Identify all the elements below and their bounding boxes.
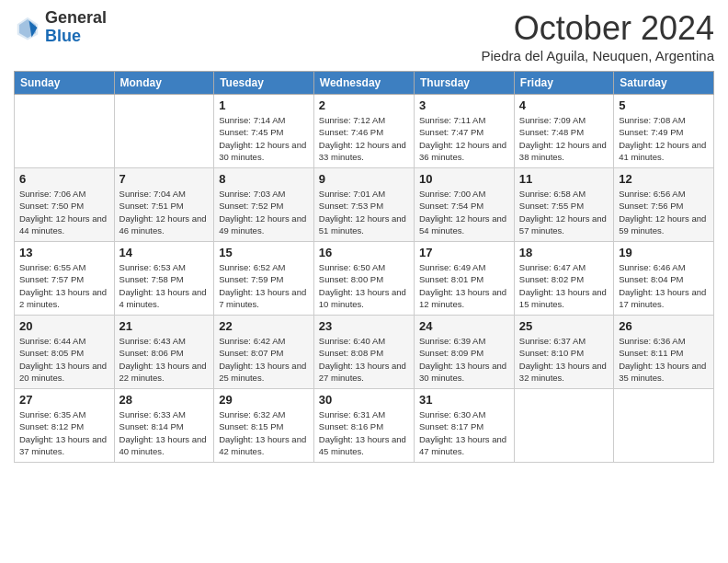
day-info: Sunrise: 6:56 AMSunset: 7:56 PMDaylight:… [619,188,709,236]
logo: General Blue [14,9,107,46]
calendar-week-row: 1Sunrise: 7:14 AMSunset: 7:45 PMDaylight… [15,95,714,168]
day-number: 7 [119,172,210,186]
day-number: 5 [619,98,709,112]
day-number: 11 [519,172,609,186]
calendar-table: Sunday Monday Tuesday Wednesday Thursday… [14,71,714,463]
day-number: 3 [419,98,509,112]
day-info: Sunrise: 7:00 AMSunset: 7:54 PMDaylight:… [419,188,509,236]
table-row: 9Sunrise: 7:01 AMSunset: 7:53 PMDaylight… [313,168,414,242]
col-monday: Monday [114,72,214,95]
day-info: Sunrise: 6:33 AMSunset: 8:14 PMDaylight:… [119,408,210,457]
day-info: Sunrise: 6:50 AMSunset: 8:00 PMDaylight:… [319,261,409,310]
day-number: 12 [619,172,709,186]
col-friday: Friday [514,72,613,95]
table-row: 17Sunrise: 6:49 AMSunset: 8:01 PMDayligh… [415,242,515,316]
day-info: Sunrise: 7:08 AMSunset: 7:49 PMDaylight:… [619,114,709,163]
day-info: Sunrise: 6:49 AMSunset: 8:01 PMDaylight:… [419,261,509,310]
day-number: 8 [219,172,309,186]
table-row: 16Sunrise: 6:50 AMSunset: 8:00 PMDayligh… [313,242,414,316]
table-row: 20Sunrise: 6:44 AMSunset: 8:05 PMDayligh… [15,316,115,389]
day-info: Sunrise: 6:55 AMSunset: 7:57 PMDaylight:… [19,261,109,310]
day-number: 24 [419,319,509,333]
day-number: 13 [19,246,109,259]
day-info: Sunrise: 6:37 AMSunset: 8:10 PMDaylight:… [519,335,609,384]
table-row [514,389,613,463]
day-number: 26 [619,319,709,333]
table-row: 29Sunrise: 6:32 AMSunset: 8:15 PMDayligh… [214,389,314,463]
day-number: 30 [319,393,409,407]
day-info: Sunrise: 7:06 AMSunset: 7:50 PMDaylight:… [19,188,109,236]
day-info: Sunrise: 6:44 AMSunset: 8:05 PMDaylight:… [19,335,109,384]
day-number: 23 [319,319,409,333]
day-number: 21 [119,319,210,333]
calendar-week-row: 13Sunrise: 6:55 AMSunset: 7:57 PMDayligh… [15,242,714,316]
day-info: Sunrise: 6:46 AMSunset: 8:04 PMDaylight:… [619,261,709,310]
calendar-week-row: 6Sunrise: 7:06 AMSunset: 7:50 PMDaylight… [15,168,714,242]
day-info: Sunrise: 7:04 AMSunset: 7:51 PMDaylight:… [119,188,210,236]
day-number: 22 [219,319,309,333]
day-number: 20 [19,319,109,333]
table-row: 19Sunrise: 6:46 AMSunset: 8:04 PMDayligh… [614,242,714,316]
day-number: 25 [519,319,609,333]
logo-text: General Blue [45,9,107,46]
table-row [614,389,714,463]
table-row: 28Sunrise: 6:33 AMSunset: 8:14 PMDayligh… [114,389,214,463]
calendar-week-row: 27Sunrise: 6:35 AMSunset: 8:12 PMDayligh… [15,389,714,463]
table-row: 8Sunrise: 7:03 AMSunset: 7:52 PMDaylight… [214,168,314,242]
table-row: 15Sunrise: 6:52 AMSunset: 7:59 PMDayligh… [214,242,314,316]
day-number: 29 [219,393,309,407]
day-number: 9 [319,172,409,186]
day-info: Sunrise: 7:01 AMSunset: 7:53 PMDaylight:… [319,188,409,236]
day-number: 16 [319,246,409,259]
day-number: 1 [219,98,309,112]
day-info: Sunrise: 6:36 AMSunset: 8:11 PMDaylight:… [619,335,709,384]
day-info: Sunrise: 6:32 AMSunset: 8:15 PMDaylight:… [219,408,309,457]
day-info: Sunrise: 7:14 AMSunset: 7:45 PMDaylight:… [219,114,309,163]
page-header: General Blue October 2024 Piedra del Agu… [14,9,714,63]
table-row: 31Sunrise: 6:30 AMSunset: 8:17 PMDayligh… [415,389,515,463]
table-row: 5Sunrise: 7:08 AMSunset: 7:49 PMDaylight… [614,95,714,168]
day-number: 10 [419,172,509,186]
table-row: 4Sunrise: 7:09 AMSunset: 7:48 PMDaylight… [514,95,613,168]
table-row: 26Sunrise: 6:36 AMSunset: 8:11 PMDayligh… [614,316,714,389]
day-info: Sunrise: 7:12 AMSunset: 7:46 PMDaylight:… [319,114,409,163]
table-row: 21Sunrise: 6:43 AMSunset: 8:06 PMDayligh… [114,316,214,389]
day-number: 2 [319,98,409,112]
day-info: Sunrise: 7:03 AMSunset: 7:52 PMDaylight:… [219,188,309,236]
col-sunday: Sunday [15,72,115,95]
day-number: 27 [19,393,109,407]
table-row: 12Sunrise: 6:56 AMSunset: 7:56 PMDayligh… [614,168,714,242]
table-row: 14Sunrise: 6:53 AMSunset: 7:58 PMDayligh… [114,242,214,316]
table-row: 30Sunrise: 6:31 AMSunset: 8:16 PMDayligh… [313,389,414,463]
col-saturday: Saturday [614,72,714,95]
day-info: Sunrise: 6:30 AMSunset: 8:17 PMDaylight:… [419,408,509,457]
table-row: 23Sunrise: 6:40 AMSunset: 8:08 PMDayligh… [313,316,414,389]
day-number: 4 [519,98,609,112]
day-number: 17 [419,246,509,259]
calendar-week-row: 20Sunrise: 6:44 AMSunset: 8:05 PMDayligh… [15,316,714,389]
col-tuesday: Tuesday [214,72,314,95]
day-info: Sunrise: 6:47 AMSunset: 8:02 PMDaylight:… [519,261,609,310]
day-info: Sunrise: 6:31 AMSunset: 8:16 PMDaylight:… [319,408,409,457]
calendar-header-row: Sunday Monday Tuesday Wednesday Thursday… [15,72,714,95]
day-number: 6 [19,172,109,186]
col-thursday: Thursday [415,72,515,95]
table-row: 27Sunrise: 6:35 AMSunset: 8:12 PMDayligh… [15,389,115,463]
location-subtitle: Piedra del Aguila, Neuquen, Argentina [481,48,714,63]
table-row: 10Sunrise: 7:00 AMSunset: 7:54 PMDayligh… [415,168,515,242]
day-info: Sunrise: 6:40 AMSunset: 8:08 PMDaylight:… [319,335,409,384]
table-row: 24Sunrise: 6:39 AMSunset: 8:09 PMDayligh… [415,316,515,389]
day-info: Sunrise: 6:53 AMSunset: 7:58 PMDaylight:… [119,261,210,310]
day-number: 28 [119,393,210,407]
table-row: 1Sunrise: 7:14 AMSunset: 7:45 PMDaylight… [214,95,314,168]
table-row: 11Sunrise: 6:58 AMSunset: 7:55 PMDayligh… [514,168,613,242]
logo-icon [14,14,41,41]
day-info: Sunrise: 6:58 AMSunset: 7:55 PMDaylight:… [519,188,609,236]
table-row [114,95,214,168]
day-info: Sunrise: 7:09 AMSunset: 7:48 PMDaylight:… [519,114,609,163]
table-row: 18Sunrise: 6:47 AMSunset: 8:02 PMDayligh… [514,242,613,316]
day-info: Sunrise: 7:11 AMSunset: 7:47 PMDaylight:… [419,114,509,163]
table-row [15,95,115,168]
col-wednesday: Wednesday [313,72,414,95]
table-row: 25Sunrise: 6:37 AMSunset: 8:10 PMDayligh… [514,316,613,389]
